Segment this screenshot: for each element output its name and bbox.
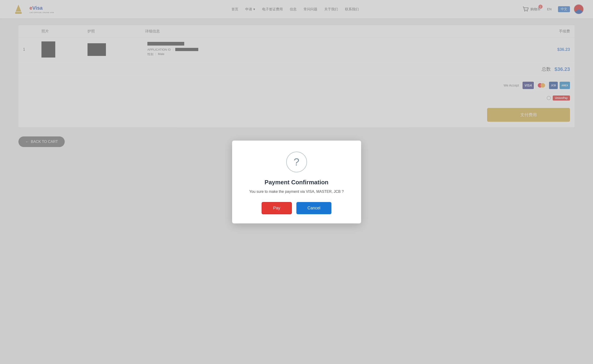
modal-message: You sure to make the payment via VISA, M… (249, 190, 344, 194)
modal-pay-button[interactable]: Pay (262, 202, 292, 214)
modal-buttons: Pay Cancel (262, 202, 331, 214)
modal-cancel-button[interactable]: Cancel (296, 202, 331, 214)
question-mark-icon: ? (294, 157, 299, 167)
modal-overlay: ? Payment Confirmation You sure to make … (0, 0, 593, 364)
modal-icon-circle: ? (286, 152, 307, 172)
modal-title: Payment Confirmation (265, 179, 328, 186)
payment-confirmation-modal: ? Payment Confirmation You sure to make … (232, 141, 361, 223)
